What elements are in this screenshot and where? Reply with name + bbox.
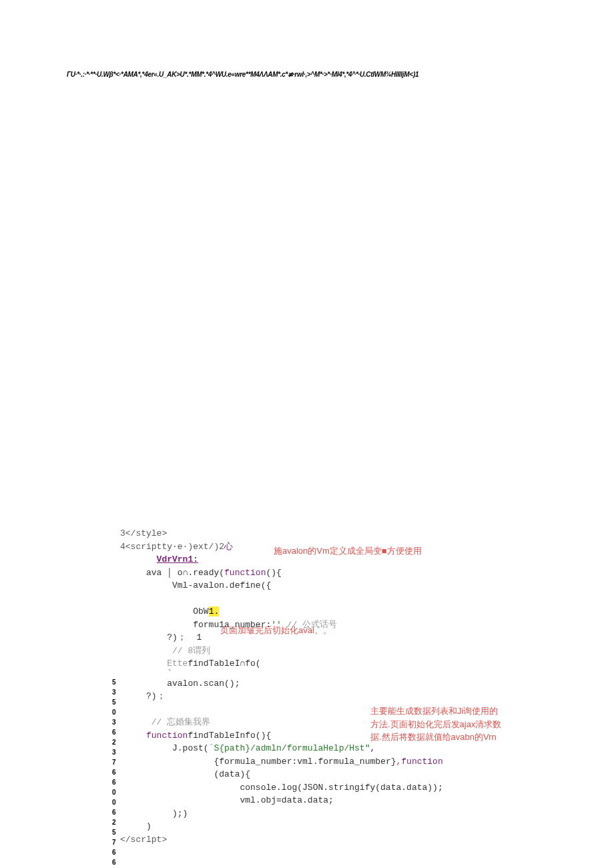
code-text: console.log(JSON.stringify(data.data)); [240,783,442,793]
code-text: o∩.ready( [178,568,224,578]
code-comment: // 8谓列 [167,646,210,656]
code-keyword: function [401,757,442,767]
code-text: 3</style> [120,528,167,538]
code-string: '' [271,620,282,630]
code-block: 3</style> 4<scriptty·e·)ext/)2心 VdrVrn1:… [120,527,547,846]
code-comment: // 忘婚集我界 [146,717,210,727]
code-keyword: function [146,731,188,741]
code-text: avalon.scan(); [167,679,240,689]
code-text: Vml-avalon.define({ [172,580,271,590]
code-text: (){ [266,568,281,578]
code-keyword: function [224,568,266,578]
line-number-gutter: 535 036 237 660 062 576 630 0 [112,677,116,868]
code-text: vml.obj=data.data; [240,795,333,805]
code-text: );) [172,809,188,819]
code-text: {formula_number:vml.formula_number} [214,757,396,767]
code-text: (data){ [214,769,250,779]
code-text: VdrVrn1: [157,554,198,564]
code-text: ObW [193,606,208,616]
code-text: 4<scriptty·e·)ext/)2 [120,542,224,552]
code-text: findTableInfo(){ [188,731,271,741]
code-text: ?)； [146,691,166,701]
code-text: ) [146,821,151,831]
code-text: </scrlpt> [120,835,167,845]
code-text: J.post( [172,743,209,753]
code-string: `S{path}/admln/formulaHelp/Hst" [209,743,370,753]
code-text: 心 [224,542,233,552]
code-text: findTableI∩fo( [188,659,260,669]
header-garbled-text: ΓU·*·.:·*·**·U.Wβ*<·*AMA*,*4er«.U_AK>U*.… [67,71,587,78]
code-highlight: 1. [209,606,220,616]
code-text: ?)； 1 [167,632,202,642]
code-comment: // 公式话号 [282,620,337,630]
code-text: Ette [167,659,188,669]
document-page: ΓU·*·.:·*·**·U.Wβ*<·*AMA*,*4er«.U_AK>U*.… [0,0,614,868]
code-text: ava [146,568,162,578]
code-text: , [370,743,375,753]
code-text: formu1a_number: [193,620,271,630]
